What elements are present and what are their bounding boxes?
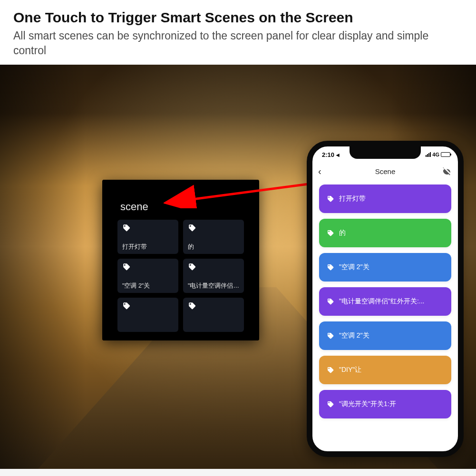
tag-icon [188, 223, 196, 232]
panel-scene-tile[interactable]: 的 [183, 220, 244, 254]
tag-icon [122, 223, 131, 232]
panel-scene-tile[interactable]: 打开灯带 [117, 220, 178, 254]
page-title: One Touch to Trigger Smart Scenes on the… [13, 10, 463, 26]
battery-icon [441, 152, 450, 157]
tag-icon [327, 332, 334, 340]
panel-scene-grid: 打开灯带 的 "空调 2"关 "电计量空调伴侣"... [117, 220, 244, 332]
back-button[interactable]: ‹ [318, 166, 321, 177]
tag-icon [122, 262, 131, 271]
phone-scene-label: 的 [339, 229, 346, 237]
panel-tile-label: "空调 2"关 [122, 282, 174, 290]
phone-scene-item[interactable]: "调光开关"开关1:开 [319, 390, 451, 418]
smart-panel: scene 打开灯带 的 "空调 2"关 "电计量空调伴侣"... [102, 180, 259, 340]
status-right: 4G [426, 152, 450, 157]
tag-icon [327, 366, 334, 374]
tag-icon [327, 400, 334, 408]
phone-screen-header: ‹ Scene [312, 163, 458, 180]
phone-scene-label: "空调 2"关 [339, 331, 369, 340]
tag-icon [327, 229, 334, 237]
panel-scene-tile[interactable]: "空调 2"关 [117, 259, 178, 293]
phone-mockup: 2:10 ◂ 4G ‹ Scene 打开灯带的"空调 2"关"电计量空调伴侣"红… [307, 141, 464, 457]
phone-scene-item[interactable]: "DIY"让 [319, 356, 451, 384]
panel-tile-label: "电计量空调伴侣"... [188, 282, 239, 290]
panel-tile-label: 的 [188, 243, 239, 251]
phone-scene-list: 打开灯带的"空调 2"关"电计量空调伴侣"红外开关:..."空调 2"关"DIY… [312, 180, 458, 418]
tag-icon [188, 262, 196, 271]
tag-icon [327, 195, 334, 203]
status-time: 2:10 ◂ [322, 151, 340, 158]
phone-scene-item[interactable]: "电计量空调伴侣"红外开关:... [319, 287, 451, 316]
tag-icon [122, 301, 131, 310]
tag-icon [188, 301, 196, 310]
phone-screen-title: Scene [375, 167, 396, 175]
phone-scene-label: "空调 2"关 [339, 263, 369, 272]
panel-scene-tile[interactable] [183, 298, 244, 332]
phone-scene-label: "电计量空调伴侣"红外开关:... [339, 297, 425, 306]
page-subtitle: All smart scenes can be synchronized to … [13, 29, 463, 58]
panel-scene-tile[interactable]: "电计量空调伴侣"... [183, 259, 244, 293]
network-label: 4G [432, 152, 439, 157]
phone-scene-item[interactable]: "空调 2"关 [319, 321, 451, 350]
phone-scene-label: 打开灯带 [339, 194, 366, 203]
phone-notch [350, 146, 421, 159]
phone-scene-item[interactable]: 的 [319, 219, 451, 247]
page-header: One Touch to Trigger Smart Scenes on the… [0, 0, 476, 65]
hero-image: scene 打开灯带 的 "空调 2"关 "电计量空调伴侣"... [0, 65, 476, 469]
phone-scene-item[interactable]: 打开灯带 [319, 185, 451, 213]
visibility-toggle-icon[interactable] [443, 166, 452, 177]
tag-icon [327, 298, 334, 305]
panel-title: scene [120, 201, 244, 213]
tag-icon [327, 263, 334, 271]
panel-tile-label: 打开灯带 [122, 243, 174, 251]
panel-scene-tile[interactable] [117, 298, 178, 332]
phone-scene-item[interactable]: "空调 2"关 [319, 253, 451, 282]
phone-scene-label: "DIY"让 [339, 366, 361, 374]
phone-scene-label: "调光开关"开关1:开 [339, 400, 396, 408]
signal-icon [426, 152, 431, 157]
